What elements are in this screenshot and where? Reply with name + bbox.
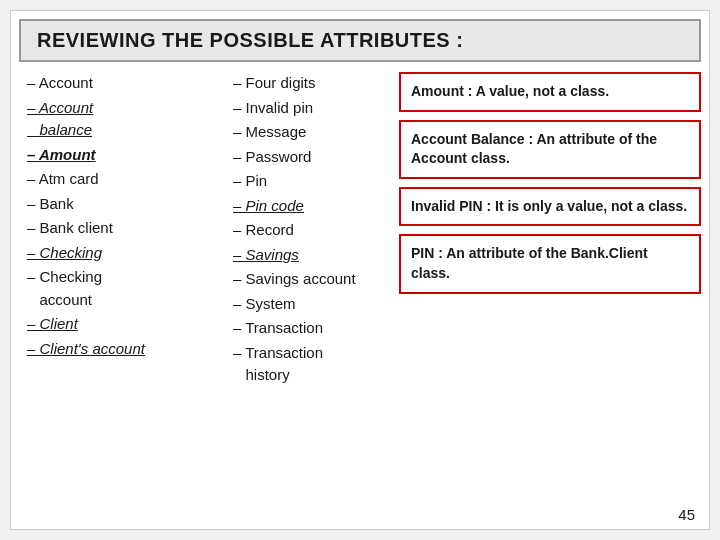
slide-title: REVIEWING THE POSSIBLE ATTRIBUTES :	[37, 29, 463, 51]
info-box-balance-text: Account Balance : An attribute of the Ac…	[411, 130, 689, 169]
list-item: – Savings	[233, 244, 389, 267]
info-box-pin: PIN : An attribute of the Bank.Client cl…	[399, 234, 701, 293]
slide: REVIEWING THE POSSIBLE ATTRIBUTES : – Ac…	[10, 10, 710, 530]
list-item: – Atm card	[27, 168, 219, 191]
info-box-pin-invalid-text: Invalid PIN : It is only a value, not a …	[411, 197, 689, 217]
info-box-pin-text: PIN : An attribute of the Bank.Client cl…	[411, 244, 689, 283]
info-box-balance: Account Balance : An attribute of the Ac…	[399, 120, 701, 179]
slide-content: – Account – Account balance – Amount – A…	[11, 62, 709, 529]
list-item: – Checking account	[27, 266, 219, 311]
list-item: – Transaction history	[233, 342, 389, 387]
list-item: – Account	[27, 72, 219, 95]
list-item: – Message	[233, 121, 389, 144]
slide-header: REVIEWING THE POSSIBLE ATTRIBUTES :	[19, 19, 701, 62]
list-item: – Four digits	[233, 72, 389, 95]
middle-column: – Four digits – Invalid pin – Message – …	[229, 72, 389, 521]
list-item: – Transaction	[233, 317, 389, 340]
right-column: Amount : A value, not a class. Account B…	[399, 72, 701, 521]
list-item: – Amount	[27, 144, 219, 167]
middle-list: – Four digits – Invalid pin – Message – …	[233, 72, 389, 387]
list-item: – Bank client	[27, 217, 219, 240]
info-box-amount-text: Amount : A value, not a class.	[411, 82, 689, 102]
info-box-pin-invalid: Invalid PIN : It is only a value, not a …	[399, 187, 701, 227]
list-item: – Pin code	[233, 195, 389, 218]
list-item: – System	[233, 293, 389, 316]
list-item: – Invalid pin	[233, 97, 389, 120]
list-item: – Record	[233, 219, 389, 242]
list-item: – Password	[233, 146, 389, 169]
list-item: – Client	[27, 313, 219, 336]
info-box-amount: Amount : A value, not a class.	[399, 72, 701, 112]
list-item: – Bank	[27, 193, 219, 216]
left-column: – Account – Account balance – Amount – A…	[19, 72, 219, 521]
list-item: – Client's account	[27, 338, 219, 361]
page-number: 45	[678, 506, 695, 523]
list-item: – Checking	[27, 242, 219, 265]
list-item: – Pin	[233, 170, 389, 193]
list-item: – Savings account	[233, 268, 389, 291]
list-item: – Account balance	[27, 97, 219, 142]
left-list: – Account – Account balance – Amount – A…	[27, 72, 219, 360]
